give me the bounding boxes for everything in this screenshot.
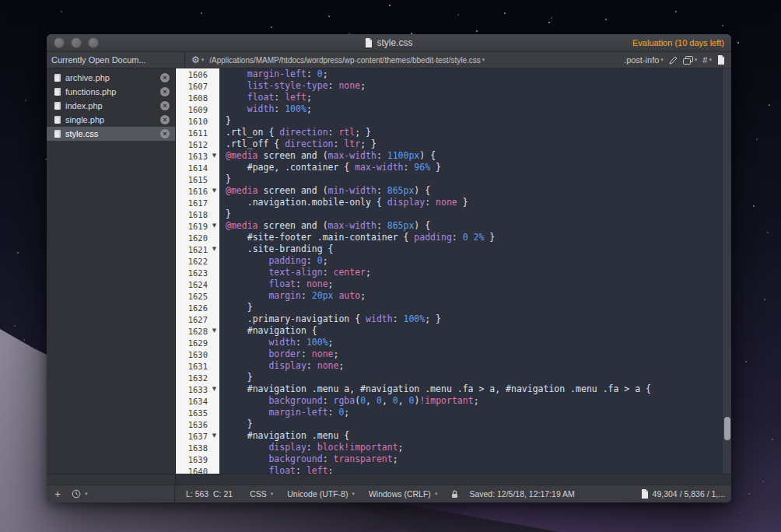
code-text: } <box>219 208 231 220</box>
horizontal-scrollbar[interactable] <box>47 474 731 485</box>
code-line[interactable]: 1639 background: transparent; <box>176 453 731 465</box>
fold-triangle-icon[interactable]: ▼ <box>209 383 219 395</box>
code-line[interactable]: 1636 } <box>176 418 731 430</box>
code-line[interactable]: 1638 display: block!important; <box>176 442 731 453</box>
lock-toggle[interactable] <box>451 490 458 499</box>
sidebar-file-archive.php[interactable]: archive.php× <box>47 71 175 85</box>
code-line[interactable]: 1631 display: none; <box>176 360 731 372</box>
close-file-button[interactable]: × <box>160 73 170 82</box>
recent-documents-dropdown[interactable]: ▾ <box>72 489 88 499</box>
sidebar-file-functions.php[interactable]: functions.php× <box>47 85 175 99</box>
titlebar[interactable]: style.css Evaluation (10 days left) <box>47 34 731 52</box>
code-line[interactable]: 1622 padding: 0; <box>176 255 731 267</box>
code-line[interactable]: 1623 text-align: center; <box>176 267 731 278</box>
code-line[interactable]: 1609 width: 100%; <box>176 103 731 115</box>
edit-pencil-button[interactable] <box>669 56 678 65</box>
code-text: background: transparent; <box>219 453 398 465</box>
hash-dropdown[interactable]: #▾ <box>702 55 712 65</box>
fold-triangle-icon[interactable]: ▼ <box>209 150 219 162</box>
line-number: 1636 <box>176 420 209 429</box>
marker-dropdown[interactable]: .post-info▾ <box>624 55 664 65</box>
code-text: @media screen and (max-width: 865px) { <box>219 220 430 232</box>
code-line[interactable]: 1620 #site-footer .main-container { padd… <box>176 232 731 243</box>
code-line[interactable]: 1625 margin: 20px auto; <box>176 290 731 302</box>
saved-status: Saved: 12/5/18, 12:17:19 AM <box>469 489 574 499</box>
code-line[interactable]: 1624 float: none; <box>176 278 731 290</box>
add-document-button[interactable]: + <box>54 488 61 499</box>
line-number: 1638 <box>176 443 209 453</box>
line-number-gutter: 1624 <box>176 278 219 290</box>
compare-documents-button[interactable]: ▾ <box>683 56 698 65</box>
gear-menu[interactable]: ⚙▾ <box>191 54 204 65</box>
code-line[interactable]: 1612.rtl_off { direction: ltr; } <box>176 138 731 150</box>
code-line[interactable]: 1613▼@media screen and (max-width: 1100p… <box>176 150 731 162</box>
code-line[interactable]: 1618} <box>176 208 731 220</box>
fold-triangle-icon[interactable]: ▼ <box>209 243 219 255</box>
fold-triangle-icon[interactable]: ▼ <box>209 430 219 442</box>
code-line[interactable]: 1607 list-style-type: none; <box>176 80 731 92</box>
code-line[interactable]: 1630 border: none; <box>176 348 731 360</box>
code-line[interactable]: 1640 float: left; <box>176 465 731 474</box>
sidebar-file-single.php[interactable]: single.php× <box>47 113 175 127</box>
code-text: #navigation .menu a, #navigation .menu .… <box>219 383 651 395</box>
stacked-squares-icon <box>683 56 693 65</box>
fold-triangle-icon[interactable]: ▼ <box>209 325 219 337</box>
code-line[interactable]: 1628▼ #navigation { <box>176 325 731 337</box>
code-line[interactable]: 1614 #page, .container { max-width: 96% … <box>176 162 731 173</box>
line-number-gutter: 1635 <box>176 407 219 418</box>
code-line[interactable]: 1634 background: rgba(0, 0, 0, 0)!import… <box>176 395 731 407</box>
file-path-dropdown[interactable]: /Applications/MAMP/htdocs/wordpress/wp-c… <box>209 56 485 65</box>
code-line[interactable]: 1610} <box>176 115 731 127</box>
zoom-window-button[interactable] <box>88 37 99 48</box>
code-line[interactable]: 1611.rtl_on { direction: rtl; } <box>176 127 731 138</box>
sidebar-file-style.css[interactable]: style.css× <box>47 127 175 141</box>
vertical-scrollbar[interactable] <box>722 68 731 474</box>
code-line[interactable]: 1627 .primary-navigation { width: 100%; … <box>176 313 731 325</box>
close-file-button[interactable]: × <box>160 115 170 124</box>
encoding-dropdown[interactable]: Unicode (UTF-8)▾ <box>287 489 355 499</box>
code-text: width: 100%; <box>219 103 312 115</box>
line-number-gutter: 1614 <box>176 162 219 173</box>
lock-icon <box>451 490 458 499</box>
close-file-button[interactable]: × <box>160 129 170 138</box>
sidebar-header-dropdown[interactable]: Currently Open Docum... <box>47 52 185 68</box>
chevron-down-icon: ▾ <box>435 491 438 497</box>
sidebar-file-index.php[interactable]: index.php× <box>47 99 175 113</box>
code-line[interactable]: 1626 } <box>176 302 731 313</box>
code-line[interactable]: 1616▼@media screen and (min-width: 865px… <box>176 185 731 197</box>
line-number: 1613 <box>176 152 209 161</box>
code-line[interactable]: 1615} <box>176 173 731 185</box>
gear-icon: ⚙ <box>191 54 200 65</box>
line-number-gutter: 1607 <box>176 80 219 92</box>
fold-triangle-icon[interactable]: ▼ <box>209 185 219 197</box>
minimize-window-button[interactable] <box>71 37 82 48</box>
code-text: .rtl_off { direction: ltr; } <box>219 138 376 150</box>
language-dropdown[interactable]: CSS▾ <box>250 489 273 499</box>
code-line[interactable]: 1633▼ #navigation .menu a, #navigation .… <box>176 383 731 395</box>
close-window-button[interactable] <box>54 37 65 48</box>
code-line[interactable]: 1606 margin-left: 0; <box>176 68 731 80</box>
code-line[interactable]: 1632 } <box>176 372 731 383</box>
cursor-position[interactable]: L: 563 C: 21 <box>186 489 233 499</box>
code-line[interactable]: 1637▼ #navigation .menu { <box>176 430 731 442</box>
vertical-scrollbar-thumb[interactable] <box>724 417 730 440</box>
close-file-button[interactable]: × <box>160 101 170 110</box>
line-number: 1616 <box>176 187 209 196</box>
document-stats: 49,304 / 5,836 / 1,... <box>653 489 725 499</box>
code-line[interactable]: 1621▼ .site-branding { <box>176 243 731 255</box>
code-line[interactable]: 1619▼@media screen and (max-width: 865px… <box>176 220 731 232</box>
code-line[interactable]: 1635 margin-left: 0; <box>176 407 731 418</box>
fold-triangle-icon[interactable]: ▼ <box>209 220 219 232</box>
editor-pane[interactable]: 1606 margin-left: 0;1607 list-style-type… <box>176 68 731 474</box>
code-line[interactable]: 1617 .navigation.mobile-only { display: … <box>176 197 731 208</box>
chevron-down-icon: ▾ <box>482 57 485 63</box>
line-endings-dropdown[interactable]: Windows (CRLF)▾ <box>369 489 437 499</box>
close-file-button[interactable]: × <box>160 87 170 96</box>
code-line[interactable]: 1608 float: left; <box>176 92 731 103</box>
line-number: 1623 <box>176 268 209 278</box>
line-number-gutter: 1609 <box>176 103 219 115</box>
new-document-button[interactable] <box>717 55 725 65</box>
code-line[interactable]: 1629 width: 100%; <box>176 337 731 348</box>
chevron-down-icon: ▾ <box>709 57 712 63</box>
line-number: 1617 <box>176 198 209 208</box>
